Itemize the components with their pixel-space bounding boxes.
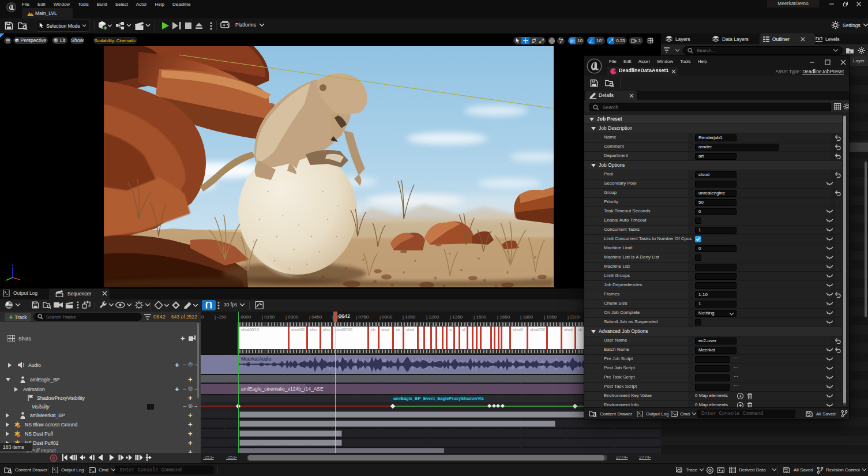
svg-text:z: z (12, 263, 14, 267)
